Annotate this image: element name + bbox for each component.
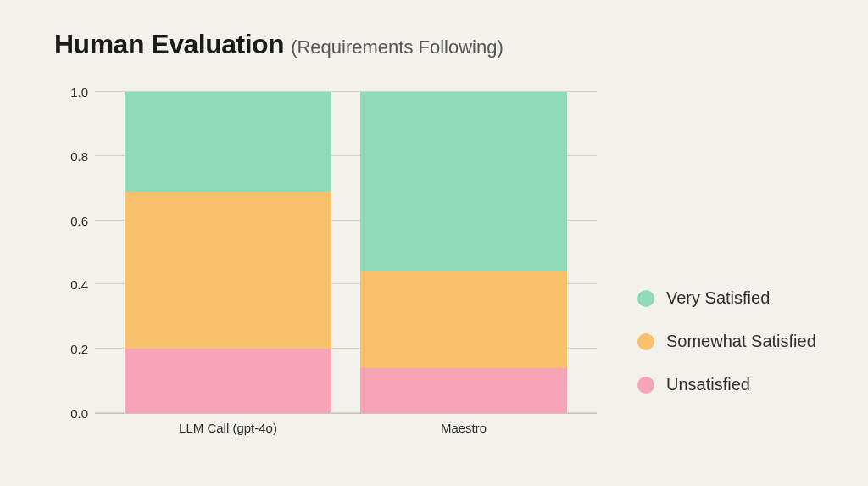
legend-swatch-icon bbox=[637, 290, 654, 307]
y-tick-label: 0.6 bbox=[54, 213, 88, 227]
bars-container bbox=[95, 92, 597, 413]
x-tick-label: LLM Call (gpt-4o) bbox=[125, 414, 332, 450]
y-tick-label: 0.4 bbox=[54, 277, 88, 292]
legend-swatch-icon bbox=[637, 333, 654, 350]
legend-item-unsatisfied: Unsatisfied bbox=[637, 375, 816, 394]
bar-segment-somewhat bbox=[360, 271, 568, 368]
x-axis-labels: LLM Call (gpt-4o) Maestro bbox=[95, 414, 597, 450]
chart-title-main: Human Evaluation bbox=[54, 29, 284, 60]
chart-page: Human Evaluation (Requirements Following… bbox=[0, 0, 868, 486]
legend-label: Somewhat Satisfied bbox=[666, 332, 816, 351]
chart-title: Human Evaluation (Requirements Following… bbox=[54, 29, 504, 60]
bar-segment-unsatisfied bbox=[360, 368, 568, 413]
legend-swatch-icon bbox=[637, 377, 654, 394]
x-tick-label: Maestro bbox=[360, 414, 568, 450]
chart-area: 0.0 0.2 0.4 0.6 0.8 1.0 bbox=[54, 85, 597, 450]
legend: Very Satisfied Somewhat Satisfied Unsati… bbox=[637, 288, 816, 394]
legend-label: Very Satisfied bbox=[666, 288, 770, 308]
y-tick-label: 0.8 bbox=[54, 148, 88, 163]
bar-segment-somewhat bbox=[125, 192, 332, 349]
y-tick-label: 0.2 bbox=[54, 342, 88, 356]
plot-area: 0.0 0.2 0.4 0.6 0.8 1.0 bbox=[95, 92, 597, 414]
bar-segment-very bbox=[360, 92, 568, 271]
legend-label: Unsatisfied bbox=[666, 375, 750, 394]
y-tick-label: 0.0 bbox=[54, 406, 88, 421]
legend-item-somewhat: Somewhat Satisfied bbox=[637, 332, 816, 351]
bar-maestro bbox=[360, 92, 568, 413]
bar-segment-very bbox=[125, 92, 332, 191]
chart-title-sub: (Requirements Following) bbox=[291, 36, 504, 59]
bar-segment-unsatisfied bbox=[125, 349, 332, 413]
legend-item-very: Very Satisfied bbox=[637, 288, 816, 308]
y-tick-label: 1.0 bbox=[54, 85, 88, 99]
bar-llm-call bbox=[125, 92, 332, 413]
